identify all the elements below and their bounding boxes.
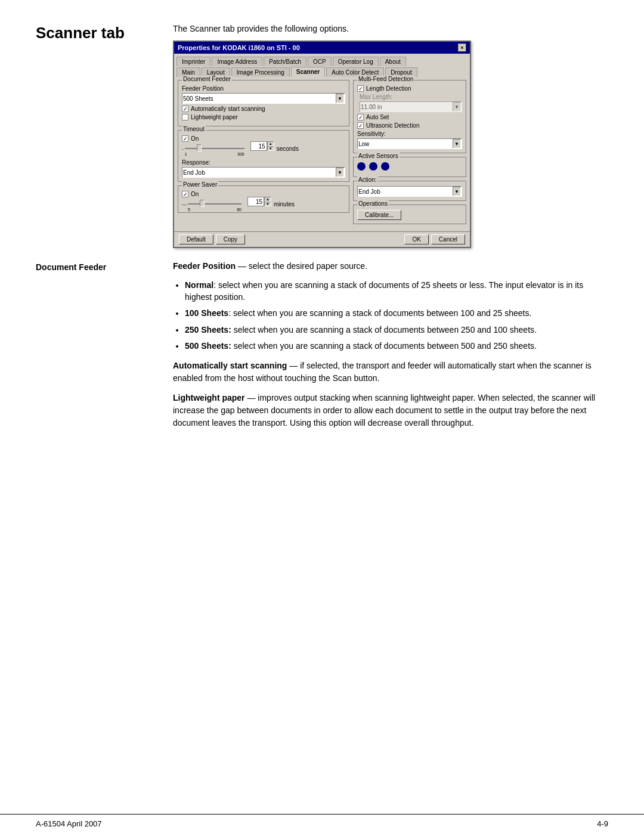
lightweight-label: Lightweight paper xyxy=(191,114,238,120)
timeout-spinner: ▲ ▼ xyxy=(250,141,274,151)
power-spinner-input[interactable] xyxy=(247,197,264,206)
tab-scanner[interactable]: Scanner xyxy=(291,67,325,76)
sensitivity-select[interactable]: Low ▼ xyxy=(357,138,462,149)
power-unit: minutes xyxy=(274,201,295,208)
length-detection-checkbox[interactable]: ✓ xyxy=(357,85,364,92)
tab-imprinter[interactable]: Imprinter xyxy=(177,57,210,66)
dialog-titlebar: Properties for KODAK i1860 on STI - 00 × xyxy=(174,42,470,54)
sensor-dot-3 xyxy=(381,162,389,171)
max-length-value: 11.00 in xyxy=(361,104,382,110)
auto-scan-checkbox[interactable]: ✓ xyxy=(182,106,188,112)
auto-scan-label: Automatically start scanning xyxy=(191,106,265,112)
sensitivity-arrow: ▼ xyxy=(453,139,461,148)
response-select[interactable]: End Job ▼ xyxy=(182,167,345,178)
timeout-spinner-input[interactable] xyxy=(250,141,267,151)
sensor-dot-2 xyxy=(369,162,377,171)
document-feeder-content: Feeder Position 500 Sheets ▼ ✓ Automatic… xyxy=(182,85,345,120)
power-spinner-up[interactable]: ▲ xyxy=(264,197,271,202)
action-value: End Job xyxy=(358,188,380,195)
document-feeder-label: Document Feeder xyxy=(182,76,232,82)
calibrate-button[interactable]: Calibrate... xyxy=(357,210,401,220)
timeout-on-label: On xyxy=(191,135,199,142)
timeout-on-checkbox[interactable]: ✓ xyxy=(182,135,188,142)
feeder-position-label: Feeder Position xyxy=(182,85,345,92)
max-length-select[interactable]: 11.00 in ▼ xyxy=(360,101,462,112)
footer-right: 4-9 xyxy=(597,819,608,828)
power-on-checkbox[interactable]: ✓ xyxy=(182,191,188,197)
footer-left: A-61504 April 2007 xyxy=(36,819,102,828)
bullet-100-sheets: 100 Sheets: select when you are scanning… xyxy=(185,308,608,320)
copy-button[interactable]: Copy xyxy=(216,234,245,244)
tab-about[interactable]: About xyxy=(380,57,406,66)
operations-group: Operations Calibrate... xyxy=(353,205,466,224)
footer-left-buttons: Default Copy xyxy=(179,234,245,244)
feeder-position-heading: Feeder Position xyxy=(173,261,236,271)
timeout-slider-track-area: - 1 300 xyxy=(182,144,244,153)
ultrasonic-checkbox[interactable]: ✓ xyxy=(357,122,364,129)
close-button[interactable]: × xyxy=(458,44,466,52)
bullet-250-sheets: 250 Sheets: select when you are scanning… xyxy=(185,324,608,336)
response-label: Response: xyxy=(182,159,345,166)
ultrasonic-row: ✓ Ultrasonic Detection xyxy=(357,122,462,129)
power-slider-row: — 5 60 xyxy=(182,199,345,209)
cancel-button[interactable]: Cancel xyxy=(431,234,465,244)
power-spinner-down[interactable]: ▼ xyxy=(264,202,271,206)
power-slider-min: 5 xyxy=(188,208,190,212)
tab-container: Imprinter Image Address Patch/Batch OCP … xyxy=(174,54,470,76)
section-label-col: Document Feeder xyxy=(36,260,155,436)
power-saver-label: Power Saver xyxy=(182,181,218,188)
max-length-arrow: ▼ xyxy=(453,102,461,112)
timeout-slider-container: - 1 300 xyxy=(182,144,244,153)
dialog-body: Document Feeder Feeder Position 500 Shee… xyxy=(174,76,470,231)
titlebar-buttons: × xyxy=(458,44,466,52)
intro-text: The Scanner tab provides the following o… xyxy=(173,24,608,33)
power-saver-group: Power Saver ✓ On — xyxy=(178,185,349,213)
timeout-slider[interactable]: 1 300 xyxy=(185,144,244,153)
multi-feed-content: ✓ Length Detection Max Length: 11.00 in … xyxy=(357,85,462,149)
auto-set-label: Auto Set xyxy=(366,114,389,120)
content-section: Document Feeder Feeder Position — select… xyxy=(36,260,608,436)
action-arrow: ▼ xyxy=(453,187,461,196)
multi-feed-group: Multi-Feed Detection ✓ Length Detection … xyxy=(353,80,466,153)
tab-patch-batch[interactable]: Patch/Batch xyxy=(264,57,306,66)
length-detection-row: ✓ Length Detection xyxy=(357,85,462,92)
feeder-position-select[interactable]: 500 Sheets ▼ xyxy=(182,93,345,104)
timeout-slider-dash: - xyxy=(182,146,184,151)
sensitivity-value: Low xyxy=(358,141,369,147)
multi-feed-label: Multi-Feed Detection xyxy=(357,76,414,82)
timeout-spinner-down[interactable]: ▼ xyxy=(267,146,274,151)
tab-ocp[interactable]: OCP xyxy=(308,57,332,66)
timeout-group: Timeout ✓ On - xyxy=(178,130,349,182)
section-content-col: Feeder Position — select the desired pap… xyxy=(173,260,608,436)
ok-button[interactable]: OK xyxy=(404,234,428,244)
timeout-slider-row: - 1 300 xyxy=(182,144,345,153)
tab-row-2: Main Layout Image Processing Scanner Aut… xyxy=(177,66,467,76)
tab-image-processing[interactable]: Image Processing xyxy=(231,67,290,77)
timeout-unit: seconds xyxy=(277,145,299,152)
bullet-500-sheets: 500 Sheets: select when you are scanning… xyxy=(185,340,608,352)
power-slider[interactable]: 5 60 xyxy=(188,199,242,209)
auto-set-checkbox[interactable]: ✓ xyxy=(357,114,364,120)
footer-right-buttons: OK Cancel xyxy=(404,234,465,244)
power-spinner-buttons: ▲ ▼ xyxy=(264,197,271,206)
tab-row-1: Imprinter Image Address Patch/Batch OCP … xyxy=(177,55,467,66)
sensor-dots-container xyxy=(357,162,462,171)
dialog-title: Properties for KODAK i1860 on STI - 00 xyxy=(178,44,300,51)
dialog-window: Properties for KODAK i1860 on STI - 00 ×… xyxy=(173,41,471,248)
timeout-content: ✓ On - xyxy=(182,135,345,178)
timeout-spinner-up[interactable]: ▲ xyxy=(267,141,274,146)
tab-image-address[interactable]: Image Address xyxy=(212,57,262,66)
lightweight-checkbox[interactable] xyxy=(182,114,188,120)
power-on-label: On xyxy=(191,191,199,197)
power-slider-max: 60 xyxy=(237,208,242,212)
default-button[interactable]: Default xyxy=(179,234,213,244)
slider-max: 300 xyxy=(237,152,244,156)
power-saver-content: ✓ On — xyxy=(182,191,345,209)
action-select[interactable]: End Job ▼ xyxy=(357,186,462,197)
tab-operator-log[interactable]: Operator Log xyxy=(333,57,379,66)
page-title: Scanner tab xyxy=(36,24,155,42)
feeder-position-intro: Feeder Position — select the desired pap… xyxy=(173,260,608,272)
timeout-label: Timeout xyxy=(182,126,206,132)
auto-scan-checkbox-row: ✓ Automatically start scanning xyxy=(182,106,345,112)
response-arrow: ▼ xyxy=(336,168,344,177)
